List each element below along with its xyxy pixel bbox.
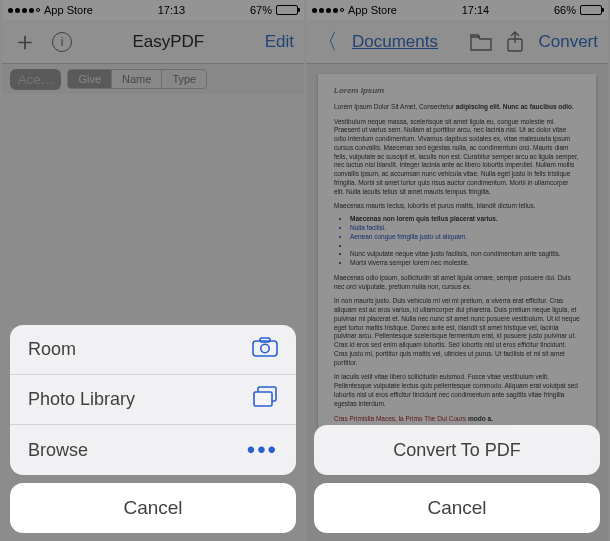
svg-rect-4 xyxy=(254,392,272,406)
cancel-button[interactable]: Cancel xyxy=(314,483,600,533)
nav-bar: ＋ i EasyPDF Edit xyxy=(2,20,304,64)
action-browse-label: Browse xyxy=(28,440,88,461)
bullet: Maecenas non lorem quis tellus placerat … xyxy=(350,215,580,224)
battery-icon xyxy=(580,5,602,15)
source-action-sheet: Room Photo Library Browse ••• Can xyxy=(10,325,296,533)
add-icon[interactable]: ＋ xyxy=(12,24,38,59)
battery-percent: 67% xyxy=(250,4,272,16)
status-time: 17:13 xyxy=(158,4,186,16)
svg-rect-0 xyxy=(253,341,277,356)
action-photo-library[interactable]: Photo Library xyxy=(10,375,296,425)
status-time: 17:14 xyxy=(462,4,490,16)
file-chip[interactable]: Ace… xyxy=(10,69,61,90)
share-icon[interactable] xyxy=(506,31,524,53)
camera-icon xyxy=(252,337,278,363)
convert-action-sheet: Convert To PDF Cancel xyxy=(314,425,600,533)
bullet: Aenean congue fringilla justo ut aliquam… xyxy=(350,233,580,242)
document-preview: Lorem Ipsum Lorem Ipsum Dolor Sit Amet, … xyxy=(318,74,596,434)
signal-dots-icon xyxy=(8,8,40,13)
battery-icon xyxy=(276,5,298,15)
cancel-label: Cancel xyxy=(123,497,182,519)
info-icon[interactable]: i xyxy=(52,32,72,52)
sort-segment[interactable]: Give Name Type xyxy=(67,69,207,89)
chevron-left-icon[interactable]: 〈 xyxy=(316,27,338,57)
filter-bar: Ace… Give Name Type xyxy=(2,64,304,94)
convert-button[interactable]: Convert xyxy=(538,32,598,52)
bullet: Nulla facilisi. xyxy=(350,224,580,233)
segment-type[interactable]: Type xyxy=(162,70,206,88)
svg-rect-1 xyxy=(260,338,270,342)
segment-name[interactable]: Name xyxy=(112,70,162,88)
action-room-label: Room xyxy=(28,339,76,360)
bullet: Morbi viverra semper lorem nec molestie. xyxy=(350,259,580,268)
phone-screenshot-left: App Store 17:13 67% ＋ i EasyPDF Edit Ace… xyxy=(2,0,304,541)
convert-to-pdf-label: Convert To PDF xyxy=(393,440,521,461)
doc-heading: Lorem Ipsum xyxy=(334,86,580,97)
action-room[interactable]: Room xyxy=(10,325,296,375)
action-browse[interactable]: Browse ••• xyxy=(10,425,296,475)
cancel-label: Cancel xyxy=(427,497,486,519)
edit-button[interactable]: Edit xyxy=(265,32,294,52)
action-convert-to-pdf[interactable]: Convert To PDF xyxy=(314,425,600,475)
back-documents-button[interactable]: Documents xyxy=(352,32,438,52)
segment-give[interactable]: Give xyxy=(68,70,112,88)
status-bar: App Store 17:13 67% xyxy=(2,0,304,20)
bullet: Nunc vulputate neque vitae justo facilis… xyxy=(350,250,580,259)
phone-screenshot-right: App Store 17:14 66% 〈 Documents Convert xyxy=(306,0,608,541)
signal-dots-icon xyxy=(312,8,344,13)
status-bar: App Store 17:14 66% xyxy=(306,0,608,20)
photo-stack-icon xyxy=(252,386,278,414)
folder-icon[interactable] xyxy=(470,33,492,51)
back-to-app-label[interactable]: App Store xyxy=(348,4,397,16)
svg-point-2 xyxy=(261,344,269,352)
nav-bar: 〈 Documents Convert xyxy=(306,20,608,64)
cancel-button[interactable]: Cancel xyxy=(10,483,296,533)
app-title: EasyPDF xyxy=(132,32,204,52)
battery-percent: 66% xyxy=(554,4,576,16)
action-photo-library-label: Photo Library xyxy=(28,389,135,410)
back-to-app-label[interactable]: App Store xyxy=(44,4,93,16)
